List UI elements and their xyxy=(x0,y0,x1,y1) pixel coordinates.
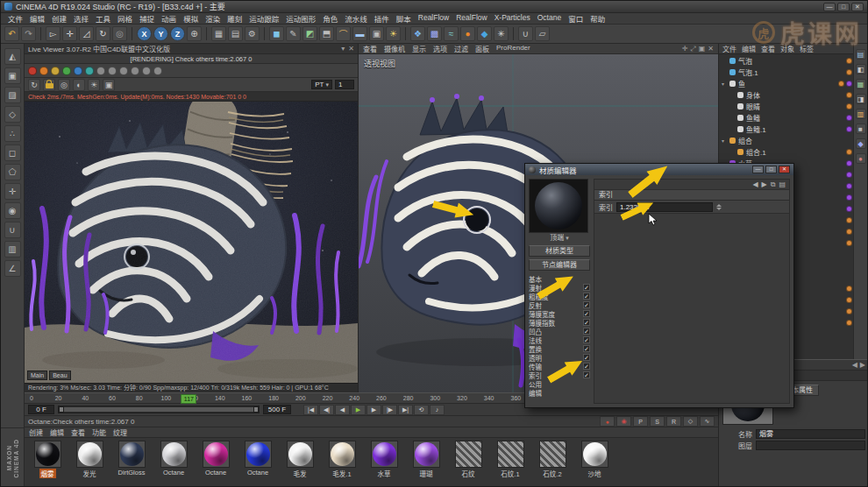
play-button[interactable]: ▶ xyxy=(351,405,366,415)
locked-workplane-icon[interactable]: ▥ xyxy=(4,241,21,258)
menu-item[interactable]: RealFlow xyxy=(452,13,490,24)
viewport-menu[interactable]: 选项 xyxy=(433,44,447,53)
object-row[interactable]: 气泡 xyxy=(719,55,855,67)
layers-icon[interactable]: ▥ xyxy=(856,109,866,119)
channel-row[interactable]: 公用 xyxy=(529,379,590,388)
menu-item[interactable]: 运动跟踪 xyxy=(245,13,282,24)
menu-item[interactable]: 脚本 xyxy=(393,13,415,24)
menu-item[interactable]: 雕刻 xyxy=(224,13,245,24)
render-pass-tag[interactable]: Main xyxy=(27,371,47,380)
scale-icon[interactable]: ◿ xyxy=(79,26,94,41)
channel-checkbox[interactable]: ✓ xyxy=(583,354,590,361)
restart-render-button[interactable] xyxy=(39,67,48,75)
texture-tag[interactable] xyxy=(846,206,852,212)
texture-tag[interactable] xyxy=(846,320,852,326)
key-pla-button[interactable]: ∿ xyxy=(700,416,715,427)
material-item[interactable]: Octane xyxy=(154,441,193,485)
node-editor-button[interactable]: 节点编辑器 xyxy=(529,259,590,271)
menu-item[interactable]: 工具 xyxy=(92,13,114,24)
key-position-button[interactable]: P xyxy=(633,416,648,427)
record-button[interactable]: ● xyxy=(600,416,615,427)
channel-checkbox[interactable]: ✓ xyxy=(583,319,590,326)
console-icon[interactable]: ● xyxy=(856,153,866,164)
menu-item[interactable]: 动画 xyxy=(158,13,180,24)
primitive-cube-icon[interactable]: ◼ xyxy=(269,26,284,41)
key-rotation-button[interactable]: R xyxy=(666,416,681,427)
prev-frame-button[interactable]: ◀ xyxy=(335,405,350,415)
menu-item[interactable]: 文件 xyxy=(4,13,26,24)
camera-icon[interactable]: ▣ xyxy=(103,79,115,91)
loop-button[interactable]: ⟲ xyxy=(414,405,429,415)
goto-start-button[interactable]: |◀ xyxy=(303,405,318,415)
material-item[interactable]: Octane xyxy=(196,441,235,485)
clay-mode-button[interactable] xyxy=(119,67,128,75)
take-icon[interactable]: ■ xyxy=(856,124,866,134)
z-axis-button[interactable]: Z xyxy=(170,26,185,41)
texture-tag[interactable] xyxy=(846,149,852,155)
object-row[interactable]: 鱼鳍.1 xyxy=(719,124,855,135)
range-slider[interactable] xyxy=(58,406,260,413)
viewport-pane-icon[interactable]: ✛ xyxy=(682,45,688,53)
viewport-menu[interactable]: 过滤 xyxy=(454,44,468,53)
menu-item[interactable]: 模拟 xyxy=(180,13,202,24)
range-handle-right[interactable] xyxy=(253,406,259,413)
settings-button[interactable] xyxy=(153,67,162,75)
x-axis-button[interactable]: X xyxy=(137,26,152,41)
floor-icon[interactable]: ▬ xyxy=(352,26,367,41)
camera-icon[interactable]: ▣ xyxy=(369,26,384,41)
texture-tag[interactable] xyxy=(838,81,844,87)
editor-nav-icon[interactable]: ◀ xyxy=(752,180,758,188)
menu-item[interactable]: 角色 xyxy=(319,13,341,24)
preview-shape-dropdown[interactable]: 顶端 xyxy=(529,233,590,243)
region-render-button[interactable] xyxy=(85,67,94,75)
texture-tag[interactable] xyxy=(846,194,852,201)
material-item[interactable]: 毛发 xyxy=(281,441,319,485)
workplane-icon[interactable]: ▱ xyxy=(535,26,550,41)
pick-focus-button[interactable] xyxy=(108,67,117,75)
render-picture-viewer-icon[interactable]: ▤ xyxy=(228,26,243,41)
range-start-field[interactable]: 0 F xyxy=(28,405,54,414)
texture-tag[interactable] xyxy=(846,308,852,314)
menu-item[interactable]: 帮助 xyxy=(587,13,608,24)
close-button[interactable]: ✕ xyxy=(779,166,790,173)
material-item[interactable]: 石纹.2 xyxy=(533,441,572,485)
channel-checkbox[interactable]: ✓ xyxy=(583,284,590,291)
texture-tag[interactable] xyxy=(846,81,852,87)
snapping-icon[interactable]: ∪ xyxy=(4,222,21,238)
object-row[interactable]: 气泡.1 xyxy=(719,67,855,78)
material-item[interactable]: 珊瑚 xyxy=(407,441,445,485)
object-row[interactable]: 身体 xyxy=(719,89,855,101)
structure-icon[interactable]: ▦ xyxy=(856,79,866,89)
camera-sync-button[interactable] xyxy=(74,67,82,75)
last-tool-icon[interactable]: ◎ xyxy=(112,26,127,41)
current-frame-marker[interactable]: 117 xyxy=(181,394,196,404)
next-key-button[interactable]: |▶ xyxy=(382,405,397,415)
channel-checkbox[interactable]: ✓ xyxy=(583,371,590,378)
texture-tag[interactable] xyxy=(846,103,852,109)
render-view-icon[interactable]: ▦ xyxy=(211,26,226,41)
rotate-icon[interactable]: ↻ xyxy=(96,26,110,41)
undo-icon[interactable]: ↶ xyxy=(4,26,19,41)
pick-material-button[interactable] xyxy=(96,67,105,75)
menu-item[interactable]: X-Particles xyxy=(491,13,534,24)
next-frame-button[interactable]: ▶ xyxy=(366,405,381,415)
channel-row[interactable]: 凹凸✓ xyxy=(529,327,590,335)
resolution-dropdown[interactable]: PT xyxy=(311,80,332,89)
viewport-pane-icon[interactable]: ✕ xyxy=(708,45,714,53)
material-item[interactable]: 石纹 xyxy=(449,441,487,485)
object-row[interactable]: ▾鱼 xyxy=(719,78,855,89)
texture-tag[interactable] xyxy=(846,69,852,75)
viewport-menu[interactable]: ProRender xyxy=(496,44,530,53)
menu-item[interactable]: 渲染 xyxy=(202,13,224,24)
object-row[interactable]: 组合.1 xyxy=(719,146,855,158)
realflow-icon[interactable]: ◆ xyxy=(477,26,492,41)
attribute-field[interactable] xyxy=(756,441,865,450)
material-type-button[interactable]: 材质类型 xyxy=(529,245,590,257)
material-item[interactable]: DirtGloss xyxy=(112,441,151,485)
key-scale-button[interactable]: S xyxy=(650,416,665,427)
viewport-menu[interactable]: 摄像机 xyxy=(384,44,405,53)
minimize-button[interactable]: — xyxy=(823,3,836,11)
sync-button[interactable] xyxy=(62,67,71,75)
menu-item[interactable]: 流水线 xyxy=(341,13,371,24)
range-handle-left[interactable] xyxy=(59,406,64,413)
